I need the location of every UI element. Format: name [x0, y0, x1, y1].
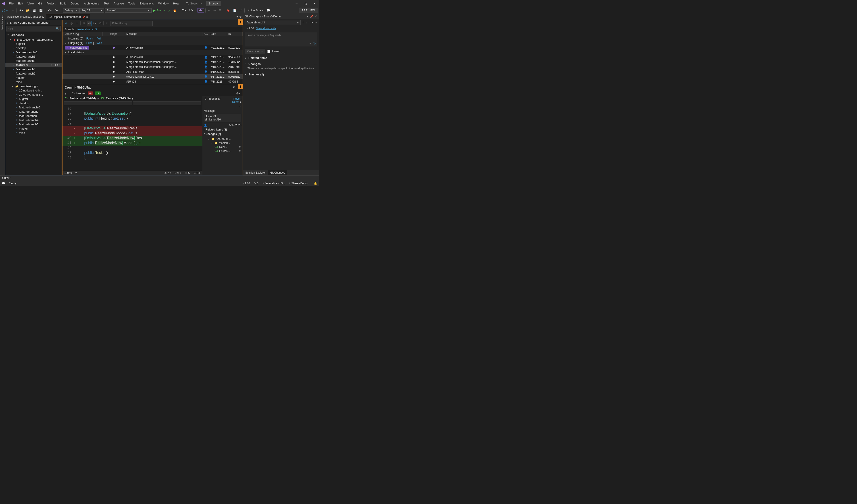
menu-view[interactable]: View [25, 0, 36, 6]
eye-icon[interactable]: 👁 [104, 21, 110, 26]
live-share-button[interactable]: ↗ Live Share [246, 8, 265, 13]
open-icon[interactable]: 📂 [25, 8, 31, 13]
feedback-icon[interactable]: 💬 [2, 182, 5, 185]
push-icon[interactable]: ↑ [308, 21, 309, 24]
menu-help[interactable]: Help [171, 0, 181, 6]
more-icon[interactable]: ⋯ [315, 21, 317, 24]
pull-icon[interactable]: ↓ [305, 21, 307, 24]
start-nodbg-icon[interactable]: ▷ [167, 8, 171, 13]
commit-row[interactable]: closes #2 similar to #10👤5/17/2023...5b9… [63, 74, 242, 79]
graph-mode3-icon[interactable]: ⑂≡ [92, 21, 97, 26]
close-button[interactable]: ✕ [310, 0, 319, 7]
undo-icon[interactable]: ↶▾ [47, 8, 53, 13]
folder-node[interactable]: Manipu... [204, 141, 241, 145]
sync-status[interactable]: ↑↓ 1 / 0 [241, 182, 250, 185]
local-branch-featurebranch5[interactable]: featurebranch5 [5, 71, 62, 75]
hash-icon[interactable]: # [309, 41, 311, 45]
repo-root-node[interactable]: ShareXDemo (featurebranc... [5, 37, 62, 42]
related-items-section[interactable]: Related Items [243, 55, 319, 61]
menu-analyze[interactable]: Analyze [111, 0, 126, 6]
indent-icon[interactable]: ⇤ [207, 8, 212, 13]
local-branch-featurebranch2[interactable]: featurebranch2 [5, 59, 62, 63]
local-branch-featurebr[interactable]: featurebr...↑↓ 1 / 0 [5, 63, 62, 67]
filter-history-input[interactable] [110, 21, 153, 26]
stashes-section[interactable]: Stashes (2) [243, 71, 319, 78]
outdent-icon[interactable]: ⇥ [212, 8, 217, 13]
local-branch-develop[interactable]: develop [5, 46, 62, 50]
remote-branch-featurebranch2[interactable]: featurebranch2 [5, 110, 62, 114]
spell-icon[interactable]: abc [198, 8, 204, 13]
feedback-icon[interactable]: 💬 [265, 8, 271, 13]
commit-row[interactable]: ⑂ featurebranch3 A new commit 👤 7/21/202… [63, 45, 242, 50]
pin-icon[interactable]: 📌 [82, 16, 85, 18]
remote-branch-29vslivespecifi[interactable]: 29-vs-live-specifi... [5, 93, 62, 97]
filter-history[interactable] [110, 21, 241, 26]
zoom-level[interactable]: 100 % [64, 171, 72, 174]
outgoing-section[interactable]: Outgoing (1) Push | Sync [63, 41, 242, 45]
changes-section[interactable]: Changes⋯ [243, 61, 319, 67]
prev-change-icon[interactable]: ↑ [65, 92, 66, 95]
menu-tools[interactable]: Tools [126, 0, 137, 6]
commit-row[interactable]: Merge branch 'featurebranch3' of https:/… [63, 65, 242, 69]
local-branch-featurebranch4[interactable]: featurebranch4 [5, 67, 62, 71]
close-panel-icon[interactable]: ✕ [315, 15, 317, 18]
menu-extensions[interactable]: Extensions [137, 0, 156, 6]
search-box[interactable]: Search ▾ [186, 2, 202, 5]
next-change-icon[interactable]: ↓ [68, 92, 70, 95]
bookmark3-icon[interactable]: ⇄ [238, 8, 243, 13]
nav-back-icon[interactable]: ◯← [1, 8, 10, 13]
expand-icon[interactable]: ⇱ [233, 86, 235, 89]
branch-filter[interactable]: 🔍 [6, 26, 61, 32]
menu-test[interactable]: Test [102, 0, 111, 6]
commit-message-input[interactable]: Enter a message <Required> #ⓘ [245, 32, 317, 46]
changes-node[interactable]: Changes (2)⋯ [204, 133, 241, 136]
browser-link-icon[interactable]: 🗔▾ [181, 8, 187, 13]
changed-file[interactable]: C#Resi...M [204, 145, 241, 149]
preview-button[interactable]: PREVIEW [299, 7, 318, 13]
local-branch-featurebranch1[interactable]: featurebranch1 [5, 54, 62, 59]
hot-reload-icon[interactable]: 🔥 [172, 8, 178, 13]
changed-file[interactable]: C#Enums....M [204, 149, 241, 153]
tab-dropdown-icon[interactable]: ▾ [237, 15, 238, 18]
branch-filter-input[interactable] [6, 26, 54, 31]
remote-branch-featurebranch3[interactable]: featurebranch3 [5, 114, 62, 118]
fetch-link[interactable]: Fetch [86, 37, 93, 40]
pull-icon[interactable]: ⇣ [74, 21, 80, 26]
start-button[interactable]: ▶ Start ▾ [152, 8, 166, 13]
pull-link[interactable]: Pull [97, 37, 101, 40]
comment-icon[interactable]: ☰ [218, 8, 222, 13]
graph-mode1-icon[interactable]: ⑂ [82, 21, 86, 26]
fetch-icon[interactable]: ◎ [69, 21, 74, 26]
startup-dropdown[interactable]: ShareX▾ [105, 8, 152, 13]
local-history-section[interactable]: Local History [63, 50, 242, 55]
tab-appinstancemgr[interactable]: ApplicationInstanceManager.cs [5, 14, 46, 20]
solution-name[interactable]: ShareX [206, 1, 221, 6]
local-branch-featurebranch6[interactable]: feature-branch-6 [5, 50, 62, 54]
remote-branch-featurebranch5[interactable]: featurebranch5 [5, 122, 62, 127]
menu-git[interactable]: Git [36, 0, 44, 6]
push-link[interactable]: Push [86, 41, 93, 45]
menu-project[interactable]: Project [44, 0, 57, 6]
commit-row[interactable]: #15 #24👤7/18/20234???f65 [63, 79, 242, 84]
dropdown-icon[interactable]: ▾ [307, 15, 308, 18]
commit-row[interactable]: #8 closes #10👤7/19/2023...9e45c6ed [63, 55, 242, 60]
pin-icon[interactable]: 📌 [310, 15, 313, 18]
tag-icon[interactable]: 🏷 [98, 21, 102, 26]
side-rail[interactable]: Data Sources [0, 14, 5, 175]
maximize-button[interactable]: ▢ [301, 0, 310, 7]
remote-branch-16updatetheh[interactable]: 16-update-the-h... [5, 88, 62, 93]
web-icon[interactable]: 🖵▾ [188, 8, 195, 13]
commit-all-button[interactable]: Commit All▾ [245, 49, 265, 54]
remote-branch-bugfix1[interactable]: bugfix1 [5, 97, 62, 101]
local-branch-misc[interactable]: misc [5, 80, 62, 84]
close-tab-icon[interactable]: ✕ [86, 16, 88, 18]
current-branch[interactable]: featurebranch3 [77, 28, 97, 31]
menu-architecture[interactable]: Architecture [82, 0, 102, 6]
bookmark-icon[interactable]: 🔖 [225, 8, 231, 13]
notifications-icon[interactable]: 🔔 [314, 182, 317, 185]
amend-checkbox[interactable]: Amend [267, 50, 280, 53]
sync-link[interactable]: Sync [96, 41, 102, 45]
sync-icon[interactable]: ⟳ [311, 21, 313, 24]
output-panel-tab[interactable]: Output [0, 175, 319, 181]
repo-status[interactable]: ⑂ ShareXDemo ▴ [289, 182, 310, 185]
